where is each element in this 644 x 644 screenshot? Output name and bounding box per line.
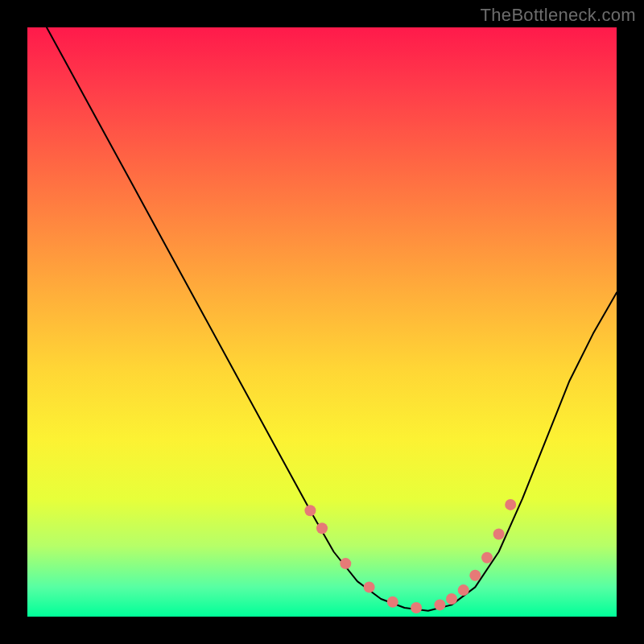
- watermark-text: TheBottleneck.com: [481, 5, 636, 26]
- marker-dot: [304, 505, 316, 516]
- marker-dot: [493, 529, 505, 540]
- curve-line: [27, 0, 617, 611]
- plot-area: [27, 27, 617, 617]
- marker-dot: [387, 597, 398, 608]
- marker-dot: [364, 581, 375, 592]
- marker-dot: [458, 584, 469, 596]
- marker-dot: [481, 552, 493, 564]
- marker-dot: [340, 558, 351, 569]
- marker-dot: [505, 499, 516, 510]
- marker-dot: [446, 593, 457, 605]
- chart-svg: [27, 27, 617, 617]
- chart-frame: TheBottleneck.com: [0, 0, 644, 644]
- marker-dot: [411, 602, 422, 613]
- marker-dot: [434, 599, 445, 610]
- marker-dot: [469, 570, 481, 581]
- marker-dot: [316, 522, 328, 534]
